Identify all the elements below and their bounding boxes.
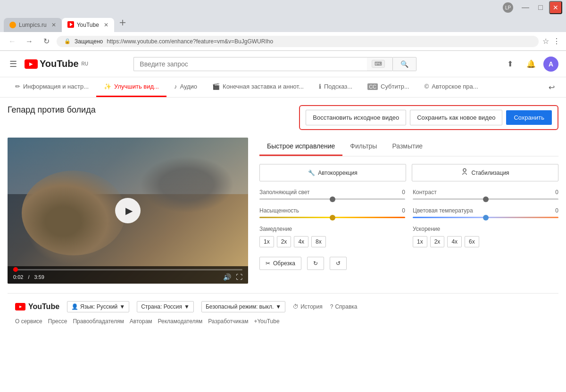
save-button[interactable]: Сохранить bbox=[506, 110, 552, 125]
country-select[interactable]: Страна: Россия ▼ bbox=[137, 301, 194, 312]
footer-link-advertisers[interactable]: Рекламодателям bbox=[158, 318, 203, 325]
saturation-dot[interactable] bbox=[330, 215, 335, 220]
language-select[interactable]: 👤 Язык: Русский ▼ bbox=[67, 301, 129, 312]
yt-header: ☰ YouTube RU ⌨ 🔍 ⬆ 🔔 A bbox=[0, 51, 566, 77]
safe-mode-select[interactable]: Безопасный режим: выкл. ▼ bbox=[201, 301, 285, 312]
autocorrect-button[interactable]: 🔧 Автокоррекция bbox=[259, 164, 406, 181]
edit-icon: ✏ bbox=[15, 83, 20, 90]
bookmark-star-icon[interactable]: ☆ bbox=[542, 37, 549, 46]
slowdown-4x[interactable]: 4x bbox=[294, 236, 308, 247]
fullscreen-icon[interactable]: ⛶ bbox=[236, 273, 242, 281]
speedup-2x[interactable]: 2x bbox=[430, 236, 445, 247]
fill-light-slider: Заполняющий свет 0 bbox=[259, 189, 405, 200]
back-to-video-button[interactable]: ↩ bbox=[545, 79, 558, 96]
speedup-1x[interactable]: 1x bbox=[413, 236, 427, 247]
editor-tab-info[interactable]: ✏ Информация и настр... bbox=[8, 77, 96, 97]
color-temp-slider: Цветовая температура 0 bbox=[413, 207, 558, 218]
editor-tab-endscreen-label: Конечная заставка и аннот... bbox=[223, 83, 304, 90]
footer-logo[interactable]: YouTube bbox=[15, 302, 59, 311]
footer-link-plus-youtube[interactable]: +YouTube bbox=[254, 318, 279, 325]
blur-tab[interactable]: Размытие bbox=[384, 138, 430, 156]
user-avatar[interactable]: A bbox=[543, 57, 558, 72]
footer-link-developers[interactable]: Разработчикам bbox=[208, 318, 248, 325]
tab-youtube[interactable]: YouTube ✕ bbox=[62, 18, 114, 32]
close-button[interactable]: ✕ bbox=[549, 1, 562, 14]
color-temp-label: Цветовая температура bbox=[413, 207, 473, 214]
editor-tab-audio-label: Аудио bbox=[180, 83, 197, 90]
new-tab-button[interactable] bbox=[114, 16, 131, 31]
speedup-6x[interactable]: 6x bbox=[465, 236, 479, 247]
yt-logo-text: YouTube bbox=[40, 58, 79, 69]
forward-button[interactable]: → bbox=[23, 35, 36, 48]
slowdown-1x[interactable]: 1x bbox=[259, 236, 274, 247]
fill-light-label: Заполняющий свет bbox=[259, 189, 310, 196]
search-kbd: ⌨ bbox=[372, 60, 385, 68]
minimize-button[interactable]: — bbox=[519, 1, 532, 14]
yt-logo[interactable]: YouTube RU bbox=[25, 58, 88, 69]
trim-label: Обрезка bbox=[273, 260, 295, 267]
fill-light-dot[interactable] bbox=[330, 196, 335, 202]
upload-button[interactable]: ⬆ bbox=[502, 56, 519, 73]
volume-icon[interactable]: 🔊 bbox=[223, 273, 231, 281]
bottom-tools: ✂ Обрезка ↻ ↺ bbox=[259, 257, 558, 270]
editor-tab-subtitles[interactable]: CC Субтитр... bbox=[360, 77, 417, 97]
copyright-icon: © bbox=[424, 83, 429, 90]
quick-fix-tab[interactable]: Быстрое исправление bbox=[259, 138, 342, 156]
color-temp-dot[interactable] bbox=[483, 215, 489, 220]
contrast-value: 0 bbox=[555, 189, 558, 196]
footer-top: YouTube 👤 Язык: Русский ▼ Страна: Россия… bbox=[15, 301, 551, 312]
maximize-button[interactable]: □ bbox=[534, 1, 547, 14]
progress-bar[interactable] bbox=[13, 269, 242, 270]
tabs-bar: Lumpics.ru ✕ YouTube ✕ bbox=[0, 15, 566, 32]
editor-tab-endscreen[interactable]: 🎬 Конечная заставка и аннот... bbox=[205, 77, 311, 97]
trim-button[interactable]: ✂ Обрезка bbox=[259, 257, 301, 270]
color-temp-track[interactable] bbox=[413, 217, 558, 218]
restore-button[interactable]: Восстановить исходное видео bbox=[306, 110, 406, 125]
footer-link-authors[interactable]: Авторам bbox=[130, 318, 152, 325]
hamburger-icon[interactable]: ☰ bbox=[8, 57, 19, 71]
country-chevron: ▼ bbox=[184, 303, 190, 310]
contrast-track[interactable] bbox=[413, 198, 558, 200]
history-button[interactable]: ⏱ История bbox=[293, 303, 323, 310]
editor-tab-cards[interactable]: ℹ Подсказ... bbox=[311, 77, 360, 97]
editor-tab-audio[interactable]: ♪ Аудио bbox=[166, 77, 205, 97]
editor-tab-improve[interactable]: ✨ Улучшить вид... bbox=[96, 77, 166, 97]
lock-text: Защищено bbox=[75, 38, 103, 45]
lock-icon: 🔒 bbox=[64, 38, 71, 44]
contrast-dot[interactable] bbox=[483, 196, 489, 202]
tab-youtube-close[interactable]: ✕ bbox=[104, 22, 108, 28]
help-button[interactable]: ? Справка bbox=[330, 303, 358, 310]
video-controls: 0:02 / 3:59 🔊 ⛶ bbox=[8, 266, 248, 284]
search-button[interactable]: 🔍 bbox=[393, 57, 416, 71]
notifications-button[interactable]: 🔔 bbox=[523, 56, 540, 73]
editor-tab-copyright[interactable]: © Авторское пра... bbox=[417, 77, 486, 97]
back-button[interactable]: ← bbox=[6, 35, 19, 48]
yt-logo-icon bbox=[25, 59, 38, 69]
save-new-button[interactable]: Сохранить как новое видео bbox=[410, 110, 502, 125]
autocorrect-icon: 🔧 bbox=[308, 170, 315, 176]
total-time: 3:59 bbox=[34, 274, 44, 280]
editor-tab-subtitles-label: Субтитр... bbox=[381, 83, 409, 90]
more-options-icon[interactable]: ⋮ bbox=[553, 37, 560, 46]
tab-lumpics-label: Lumpics.ru bbox=[19, 22, 47, 28]
redo-button[interactable]: ↻ bbox=[307, 257, 324, 270]
footer-link-copyright[interactable]: Правообладателям bbox=[73, 318, 124, 325]
footer-link-press[interactable]: Прессе bbox=[48, 318, 67, 325]
filters-tab[interactable]: Фильтры bbox=[342, 138, 384, 156]
slowdown-2x[interactable]: 2x bbox=[277, 236, 291, 247]
stabilize-button[interactable]: Стабилизация bbox=[412, 164, 558, 181]
slowdown-section: Замедление 1x 2x 4x 8x bbox=[259, 226, 405, 247]
search-input[interactable] bbox=[133, 57, 367, 71]
tab-lumpics-close[interactable]: ✕ bbox=[51, 22, 56, 28]
refresh-button[interactable]: ↻ bbox=[40, 35, 53, 48]
slowdown-8x[interactable]: 8x bbox=[311, 236, 326, 247]
play-button[interactable] bbox=[115, 198, 141, 223]
tab-lumpics[interactable]: Lumpics.ru ✕ bbox=[4, 18, 62, 32]
address-field[interactable]: 🔒 Защищено https://www.youtube.com/enhan… bbox=[57, 36, 539, 47]
footer-link-about[interactable]: О сервисе bbox=[15, 318, 42, 325]
undo-button[interactable]: ↺ bbox=[330, 257, 347, 270]
editor-tab-improve-label: Улучшить вид... bbox=[114, 83, 159, 90]
speedup-4x[interactable]: 4x bbox=[447, 236, 462, 247]
saturation-track[interactable] bbox=[259, 217, 405, 218]
fill-light-track[interactable] bbox=[259, 198, 405, 200]
